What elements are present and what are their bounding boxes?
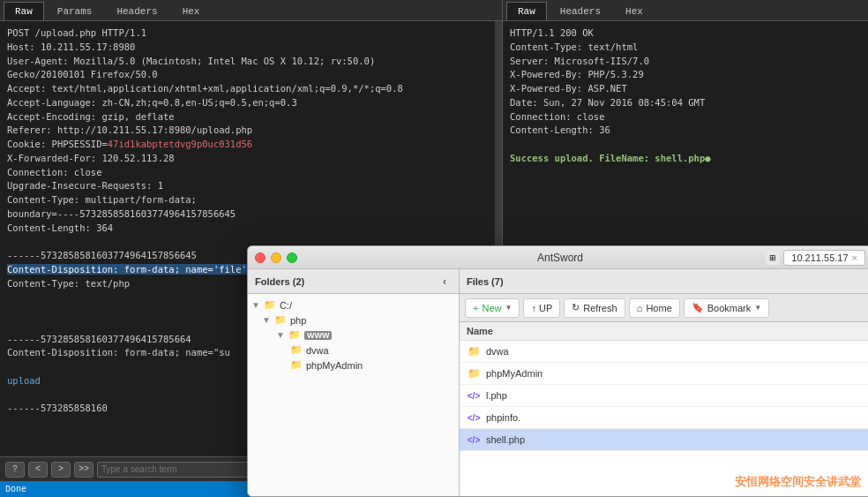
refresh-icon: ↻ [572, 302, 580, 313]
right-tab-bar: Raw Headers Hex [503, 0, 868, 21]
window-maximize-btn[interactable] [287, 252, 297, 263]
new-icon: + [473, 303, 478, 313]
status-text: Done [5, 485, 26, 494]
window-close-btn[interactable] [255, 252, 266, 263]
file-row-shellphp[interactable]: </> shell.php [460, 429, 868, 451]
up-btn[interactable]: ↑ UP [523, 298, 560, 318]
tree-label-phpmyadmin: phpMyAdmin [306, 360, 363, 371]
folder-icon-php: 📁 [274, 314, 287, 326]
www-badge: WWW [304, 331, 332, 340]
nav-prev-prev-btn[interactable]: ? [5, 462, 25, 478]
tree-item-phpmyadmin[interactable]: 📁 phpMyAdmin [248, 358, 459, 373]
home-icon: ⌂ [637, 303, 643, 313]
nav-next-btn[interactable]: > [51, 462, 71, 478]
nav-prev-btn[interactable]: < [28, 462, 48, 478]
tree-label-php: php [290, 315, 306, 326]
php-icon-shellphp: </> [467, 433, 481, 447]
expand-icon-php: ▼ [262, 315, 271, 325]
file-name-lphp: l.php [486, 390, 507, 401]
server-address: 10.211.55.17 [791, 252, 848, 263]
folder-icon-c: 📁 [264, 299, 276, 311]
folder-icon-file-phpmyadmin: 📁 [467, 366, 481, 380]
new-file-btn[interactable]: + New ▼ [465, 298, 520, 318]
file-tree-panel: Folders (2) ‹ ▼ 📁 C:/ ▼ 📁 php ▼ 📁 WWW [248, 269, 460, 496]
tree-item-php[interactable]: ▼ 📁 php [248, 313, 459, 328]
tab-headers-left[interactable]: Headers [105, 2, 168, 20]
files-panel: Files (7) + New ▼ ↑ UP ↻ Refresh ⌂ Home [460, 269, 868, 496]
nav-next-next-btn[interactable]: >> [74, 462, 94, 478]
window-controls [255, 252, 297, 263]
antsword-window: AntSword ⊞ 10.211.55.17 × Folders (2) ‹ … [247, 245, 868, 497]
tree-item-dvwa[interactable]: 📁 dvwa [248, 343, 459, 358]
close-tab-icon[interactable]: × [852, 252, 857, 263]
home-label: Home [646, 303, 671, 313]
files-toolbar: + New ▼ ↑ UP ↻ Refresh ⌂ Home 🔖 Bookm [460, 294, 868, 322]
grid-view-btn[interactable]: ⊞ [766, 251, 780, 265]
folder-icon-www: 📁 [288, 329, 301, 341]
window-title-bar: AntSword ⊞ 10.211.55.17 × [248, 246, 868, 269]
tree-item-www[interactable]: ▼ 📁 WWW [248, 328, 459, 343]
tab-raw-right[interactable]: Raw [506, 2, 547, 20]
tab-hex-right[interactable]: Hex [614, 2, 655, 20]
tab-params[interactable]: Params [46, 2, 104, 20]
tab-headers-right[interactable]: Headers [549, 2, 612, 20]
tab-raw-left[interactable]: Raw [4, 2, 44, 20]
bookmark-dropdown-arrow-icon: ▼ [754, 304, 761, 312]
folders-panel-header: Folders (2) ‹ [248, 269, 459, 294]
left-tab-bar: Raw Params Headers Hex [0, 0, 502, 21]
tree-item-c-drive[interactable]: ▼ 📁 C:/ [248, 297, 459, 313]
server-tab[interactable]: 10.211.55.17 × [783, 250, 865, 266]
files-panel-header: Files (7) [460, 269, 868, 294]
files-header-text: Files (7) [467, 276, 504, 287]
refresh-label: Refresh [583, 303, 617, 313]
new-dropdown-arrow-icon: ▼ [505, 304, 512, 312]
folders-header-text: Folders (2) [255, 276, 304, 287]
file-name-shellphp: shell.php [486, 434, 525, 445]
folder-icon-phpmyadmin: 📁 [290, 359, 303, 371]
files-table: Name 📁 dvwa 📁 phpMyAdmin </> l.php </> p… [460, 322, 868, 496]
collapse-tree-btn[interactable]: ‹ [438, 275, 452, 289]
new-label: New [482, 303, 501, 313]
expand-icon-www: ▼ [276, 330, 285, 340]
window-title-text: AntSword [537, 252, 583, 264]
file-name-phpinfo: phpinfo. [486, 412, 520, 423]
up-label: ↑ UP [531, 303, 552, 313]
bookmark-icon: 🔖 [692, 302, 704, 313]
file-row-lphp[interactable]: </> l.php [460, 385, 868, 407]
tab-hex-left[interactable]: Hex [171, 2, 212, 20]
folder-icon-dvwa: 📁 [290, 344, 303, 356]
expand-icon-c: ▼ [251, 300, 260, 310]
file-row-phpmyadmin[interactable]: 📁 phpMyAdmin [460, 363, 868, 385]
folder-icon-file-dvwa: 📁 [467, 344, 481, 358]
bookmark-btn[interactable]: 🔖 Bookmark ▼ [684, 298, 769, 318]
home-btn[interactable]: ⌂ Home [629, 298, 680, 318]
file-name-phpmyadmin: phpMyAdmin [486, 368, 542, 379]
file-row-phpinfo[interactable]: </> phpinfo. [460, 407, 868, 429]
tree-label-c: C:/ [280, 300, 292, 311]
files-table-header: Name [460, 322, 868, 341]
window-minimize-btn[interactable] [271, 252, 281, 263]
tree-label-dvwa: dvwa [306, 345, 329, 356]
php-icon-lphp: </> [467, 388, 481, 403]
window-body: Folders (2) ‹ ▼ 📁 C:/ ▼ 📁 php ▼ 📁 WWW [248, 269, 868, 496]
column-name-header: Name [467, 326, 865, 336]
refresh-btn[interactable]: ↻ Refresh [564, 298, 625, 318]
file-row-dvwa[interactable]: 📁 dvwa [460, 341, 868, 363]
bookmark-label: Bookmark [707, 303, 752, 313]
tree-content[interactable]: ▼ 📁 C:/ ▼ 📁 php ▼ 📁 WWW 📁 dvwa [248, 294, 459, 496]
php-icon-phpinfo: </> [467, 410, 481, 425]
file-name-dvwa: dvwa [486, 346, 509, 357]
